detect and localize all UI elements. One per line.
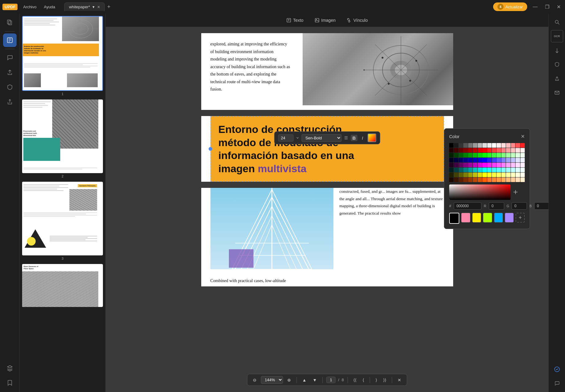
- color-cell[interactable]: [459, 163, 463, 167]
- color-cell[interactable]: [520, 158, 525, 162]
- color-cell[interactable]: [511, 168, 515, 172]
- color-cell[interactable]: [492, 173, 496, 177]
- color-cell[interactable]: [496, 168, 501, 172]
- color-cell[interactable]: [454, 143, 458, 148]
- sidebar-icon-bookmark[interactable]: [3, 376, 17, 390]
- color-cell[interactable]: [482, 177, 487, 182]
- color-cell[interactable]: [482, 148, 487, 153]
- color-cell[interactable]: [487, 158, 492, 162]
- color-cell[interactable]: [478, 148, 482, 153]
- color-cell[interactable]: [459, 143, 463, 148]
- color-cell[interactable]: [511, 163, 515, 167]
- color-cell[interactable]: [492, 177, 496, 182]
- color-cell[interactable]: [511, 148, 515, 153]
- thumbnail-3[interactable]: Geometric Philosophy: [22, 182, 103, 260]
- color-cell[interactable]: [487, 143, 492, 148]
- color-cell[interactable]: [506, 148, 510, 153]
- close-button[interactable]: ✕: [555, 4, 563, 10]
- color-cell[interactable]: [516, 153, 520, 157]
- color-cell[interactable]: [506, 168, 510, 172]
- color-cell[interactable]: [511, 177, 515, 182]
- color-cell[interactable]: [468, 177, 473, 182]
- color-cell[interactable]: [492, 168, 496, 172]
- color-cell[interactable]: [487, 148, 492, 153]
- color-cell[interactable]: [468, 153, 473, 157]
- b-input[interactable]: [534, 202, 548, 210]
- menu-archivo[interactable]: Archivo: [20, 3, 39, 10]
- color-cell[interactable]: [454, 168, 458, 172]
- active-tab[interactable]: whitepaper* ▾ ✕: [64, 2, 105, 11]
- color-cell[interactable]: [473, 148, 477, 153]
- color-cell[interactable]: [473, 158, 477, 162]
- color-cell[interactable]: [454, 163, 458, 167]
- color-cell[interactable]: [516, 143, 520, 148]
- sidebar-icon-protect[interactable]: [3, 80, 17, 94]
- color-cell[interactable]: [449, 158, 453, 162]
- color-cell[interactable]: [516, 177, 520, 182]
- imagen-button[interactable]: Imagen: [310, 16, 340, 25]
- zoom-in-button[interactable]: ⊕: [285, 377, 293, 383]
- color-cell[interactable]: [496, 153, 501, 157]
- color-cell[interactable]: [516, 163, 520, 167]
- color-cell[interactable]: [463, 143, 468, 148]
- color-cell[interactable]: [496, 173, 501, 177]
- color-cell[interactable]: [520, 173, 525, 177]
- color-cell[interactable]: [516, 148, 520, 153]
- zoom-out-button[interactable]: ⊖: [251, 377, 258, 383]
- color-cell[interactable]: [511, 158, 515, 162]
- align-icon[interactable]: [344, 136, 348, 140]
- color-cell[interactable]: [506, 143, 510, 148]
- color-cell[interactable]: [473, 143, 477, 148]
- thumbnail-1[interactable]: Entorno de construcciónmétodo de modelad…: [22, 16, 103, 96]
- right-icon-chat[interactable]: [551, 377, 563, 390]
- font-size-input[interactable]: [278, 134, 293, 142]
- color-cell[interactable]: [463, 173, 468, 177]
- color-cell[interactable]: [468, 158, 473, 162]
- color-cell[interactable]: [496, 163, 501, 167]
- color-cell[interactable]: [459, 177, 463, 182]
- add-tab-button[interactable]: +: [105, 4, 113, 10]
- color-cell[interactable]: [478, 158, 482, 162]
- font-name-select[interactable]: Sen-Bold Arial Times New Roman: [301, 134, 341, 142]
- vinculo-button[interactable]: Vínculo: [342, 16, 372, 25]
- color-cell[interactable]: [478, 153, 482, 157]
- color-cell[interactable]: [501, 173, 506, 177]
- g-input[interactable]: [512, 202, 527, 210]
- color-cell[interactable]: [473, 163, 477, 167]
- color-cell[interactable]: [454, 158, 458, 162]
- swatch-purple[interactable]: [505, 213, 514, 223]
- right-icon-ocr[interactable]: OCR: [551, 30, 563, 42]
- nav-next-button[interactable]: ⟩: [374, 377, 379, 383]
- color-cell[interactable]: [492, 143, 496, 148]
- sidebar-icon-export[interactable]: [3, 66, 17, 79]
- color-cell[interactable]: [506, 153, 510, 157]
- bold-button[interactable]: B: [351, 135, 358, 141]
- thumbnail-2[interactable]: Preservation andarchitectural multi-dime…: [22, 99, 103, 178]
- color-cell[interactable]: [516, 168, 520, 172]
- nav-first-button[interactable]: ⟨⟨: [351, 377, 358, 383]
- right-icon-protect[interactable]: [551, 58, 563, 71]
- color-cell[interactable]: [516, 158, 520, 162]
- close-nav-button[interactable]: ✕: [396, 377, 403, 383]
- swatch-black[interactable]: [449, 213, 459, 224]
- color-cell[interactable]: [501, 163, 506, 167]
- color-cell[interactable]: [463, 158, 468, 162]
- color-cell[interactable]: [478, 168, 482, 172]
- selection-handle[interactable]: [209, 147, 212, 151]
- color-cell[interactable]: [478, 173, 482, 177]
- color-cell[interactable]: [478, 143, 482, 148]
- color-cell[interactable]: [501, 148, 506, 153]
- color-cell[interactable]: [468, 148, 473, 153]
- color-cell[interactable]: [468, 168, 473, 172]
- color-cell[interactable]: [501, 153, 506, 157]
- color-cell[interactable]: [511, 143, 515, 148]
- color-cell[interactable]: [478, 163, 482, 167]
- color-cell[interactable]: [496, 148, 501, 153]
- color-cell[interactable]: [473, 153, 477, 157]
- right-icon-share[interactable]: [551, 72, 563, 85]
- color-cell[interactable]: [511, 153, 515, 157]
- color-cell[interactable]: [511, 173, 515, 177]
- page-current-input[interactable]: [326, 377, 335, 383]
- swatch-green[interactable]: [483, 213, 492, 223]
- color-cell[interactable]: [482, 168, 487, 172]
